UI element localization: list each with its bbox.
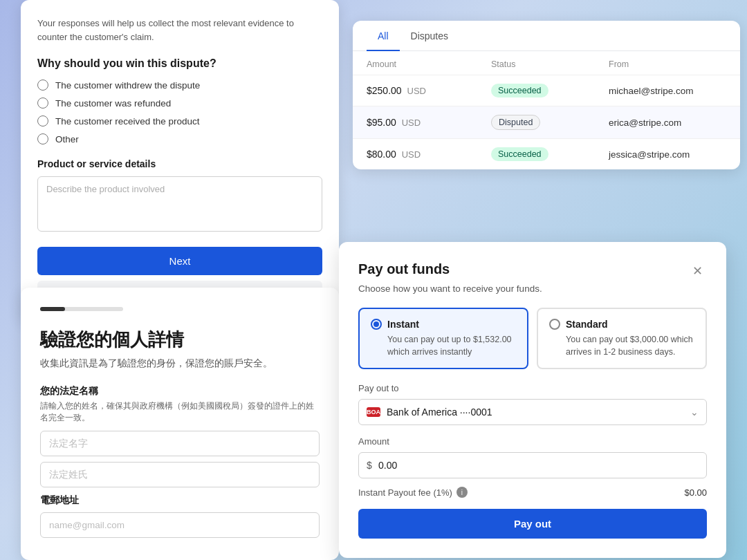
fee-row: Instant Payout fee (1%) i $0.00 — [358, 487, 707, 498]
status-badge: Disputed — [491, 115, 540, 130]
status-badge-cell: Succeeded — [491, 84, 609, 97]
amount-cell: $250.00 USD — [367, 85, 491, 96]
option-received[interactable]: The customer received the product — [37, 115, 322, 127]
progress-bar — [40, 307, 123, 311]
progress-bar-fill — [40, 307, 65, 311]
table-row[interactable]: $80.00 USD Succeeded jessica@stripe.com — [353, 138, 740, 169]
tab-all[interactable]: All — [367, 21, 400, 51]
last-name-input[interactable] — [40, 462, 320, 487]
payout-option-standard[interactable]: Standard You can pay out $3,000.00 which… — [537, 308, 707, 369]
table-row[interactable]: $95.00 USD Disputed erica@stripe.com — [353, 106, 740, 138]
col-from: From — [609, 59, 726, 69]
standard-desc: You can pay out $3,000.00 which arrives … — [549, 334, 694, 358]
verification-card: 驗證您的個人詳情 收集此資訊是為了驗證您的身份，保證您的賬戶安全。 您的法定名稱… — [21, 288, 339, 560]
from-cell: jessica@stripe.com — [609, 149, 726, 160]
instant-desc: You can pay out up to $1,532.00 which ar… — [371, 334, 516, 358]
bank-select[interactable]: Bank of America ····0001 — [358, 399, 707, 425]
option-received-label: The customer received the product — [55, 116, 200, 127]
payout-title: Pay out funds — [358, 261, 450, 277]
from-cell: michael@stripe.com — [609, 86, 726, 96]
payout-header: Pay out funds ✕ — [358, 261, 707, 281]
tabs-row: All Disputes — [353, 21, 740, 51]
radio-received[interactable] — [37, 115, 48, 127]
radio-instant — [371, 319, 382, 330]
option-refunded[interactable]: The customer was refunded — [37, 97, 322, 109]
instant-label: Instant — [387, 319, 419, 330]
legal-name-label: 您的法定名稱 — [40, 385, 320, 398]
dispute-options: The customer withdrew the dispute The cu… — [37, 80, 322, 144]
col-amount: Amount — [367, 59, 491, 69]
email-input[interactable] — [40, 512, 320, 538]
option-withdrew-label: The customer withdrew the dispute — [55, 80, 200, 91]
table-row[interactable]: $250.00 USD Succeeded michael@stripe.com — [353, 75, 740, 106]
amount-cell: $95.00 USD — [367, 117, 491, 128]
amount-prefix: $ — [367, 460, 372, 471]
chevron-down-icon: ⌄ — [690, 407, 699, 418]
verification-subtitle: 收集此資訊是為了驗證您的身份，保證您的賬戶安全。 — [40, 357, 320, 370]
option-refunded-label: The customer was refunded — [55, 98, 171, 109]
close-button[interactable]: ✕ — [688, 261, 707, 281]
payout-options: Instant You can pay out up to $1,532.00 … — [358, 308, 707, 369]
amount-input-wrap: $ — [358, 452, 707, 478]
status-badge-cell: Succeeded — [491, 147, 609, 161]
amount-label: Amount — [358, 436, 707, 447]
transactions-card: All Disputes Amount Status From $250.00 … — [353, 21, 740, 169]
pay-to-label: Pay out to — [358, 383, 707, 393]
status-badge: Succeeded — [491, 147, 548, 161]
next-button[interactable]: Next — [37, 247, 322, 275]
product-details-label: Product or service details — [37, 158, 322, 169]
fee-amount: $0.00 — [684, 487, 707, 498]
email-label: 電郵地址 — [40, 494, 320, 507]
product-textarea[interactable] — [37, 176, 322, 232]
fee-label: Instant Payout fee (1%) i — [358, 487, 468, 498]
from-cell: erica@stripe.com — [609, 118, 726, 128]
tab-disputes[interactable]: Disputes — [400, 21, 459, 51]
pay-out-button[interactable]: Pay out — [358, 509, 707, 539]
radio-withdrew[interactable] — [37, 80, 48, 91]
info-icon[interactable]: i — [456, 487, 468, 498]
dispute-intro: Your responses will help us collect the … — [37, 17, 322, 44]
amount-cell: $80.00 USD — [367, 149, 491, 160]
option-withdrew[interactable]: The customer withdrew the dispute — [37, 80, 322, 91]
payout-subtitle: Choose how you want to receive your fund… — [358, 283, 707, 294]
payout-option-instant[interactable]: Instant You can pay out up to $1,532.00 … — [358, 308, 528, 369]
radio-refunded[interactable] — [37, 97, 48, 109]
col-status: Status — [491, 59, 609, 69]
status-badge-cell: Disputed — [491, 115, 609, 130]
payout-modal: Pay out funds ✕ Choose how you want to r… — [339, 242, 726, 558]
bank-icon: BOA — [367, 407, 380, 417]
standard-label: Standard — [566, 319, 608, 330]
legal-name-hint: 請輸入您的姓名，確保其與政府機構（例如美國國稅局）簽發的證件上的姓名完全一致。 — [40, 400, 320, 424]
bank-select-wrap: BOA Bank of America ····0001 ⌄ — [358, 399, 707, 425]
option-other[interactable]: Other — [37, 133, 322, 144]
option-other-label: Other — [55, 134, 79, 144]
dispute-section-title: Why should you win this dispute? — [37, 57, 322, 70]
first-name-input[interactable] — [40, 431, 320, 456]
amount-input[interactable] — [358, 452, 707, 478]
table-header: Amount Status From — [353, 51, 740, 75]
status-badge: Succeeded — [491, 84, 548, 97]
verification-title: 驗證您的個人詳情 — [40, 328, 320, 352]
radio-standard — [549, 319, 560, 330]
dispute-card: Your responses will help us collect the … — [21, 0, 339, 322]
radio-other[interactable] — [37, 133, 48, 144]
